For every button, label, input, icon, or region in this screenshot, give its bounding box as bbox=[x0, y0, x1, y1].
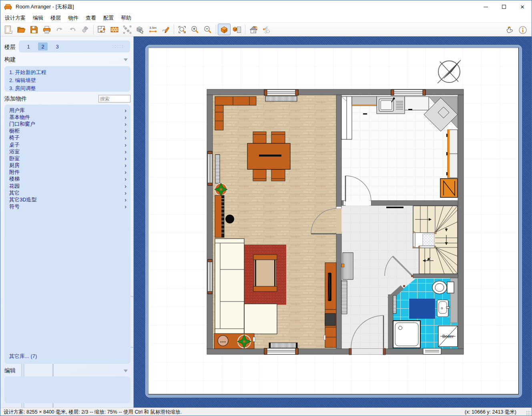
new-button[interactable] bbox=[2, 24, 15, 35]
category-chairs[interactable]: 椅子› bbox=[4, 135, 130, 141]
zoom-fit-button[interactable] bbox=[176, 24, 189, 35]
chevron-right-icon: › bbox=[124, 197, 126, 203]
object-list-button[interactable] bbox=[231, 24, 243, 35]
plan-editor-button[interactable] bbox=[95, 24, 108, 35]
chevron-right-icon: › bbox=[124, 107, 126, 114]
counter-left[interactable] bbox=[352, 96, 377, 106]
menu-view[interactable]: 查看 bbox=[82, 14, 100, 22]
print-button[interactable] bbox=[40, 24, 53, 35]
plant-pot[interactable] bbox=[215, 183, 227, 196]
menu-design[interactable]: 设计方案 bbox=[1, 14, 29, 22]
menu-help[interactable]: 帮助 bbox=[117, 14, 135, 22]
pouf[interactable] bbox=[218, 336, 228, 346]
floor-tab-3[interactable]: 3 bbox=[52, 42, 62, 50]
category-basic-objects[interactable]: 基本物件› bbox=[4, 114, 130, 121]
format-brush-icon bbox=[80, 25, 90, 34]
zoom-in-button[interactable] bbox=[189, 24, 201, 35]
close-button[interactable]: ✕ bbox=[513, 0, 532, 13]
minimize-button[interactable] bbox=[476, 0, 495, 13]
plan-page[interactable]: Boiler bbox=[148, 48, 519, 394]
category-cabinets[interactable]: 橱柜› bbox=[4, 128, 130, 135]
hand-icon bbox=[505, 25, 515, 35]
drawing-canvas[interactable]: Boiler bbox=[134, 36, 532, 408]
search-input[interactable] bbox=[98, 95, 130, 102]
tall-cabinet[interactable] bbox=[341, 96, 352, 139]
format-brush-button[interactable] bbox=[79, 24, 92, 35]
category-garden[interactable]: 花园› bbox=[4, 183, 130, 189]
bath-mat[interactable] bbox=[409, 299, 435, 319]
menu-edit[interactable]: 编辑 bbox=[29, 14, 47, 22]
category-tables[interactable]: 桌子› bbox=[4, 141, 130, 148]
bookshelf[interactable] bbox=[215, 195, 224, 237]
category-stairs[interactable]: 楼梯› bbox=[4, 176, 130, 183]
category-user-library[interactable]: 用户库› bbox=[4, 107, 130, 114]
fridge[interactable] bbox=[440, 179, 458, 197]
measure-button[interactable]: 3.5m bbox=[147, 24, 159, 35]
zoom-out-button[interactable] bbox=[201, 24, 214, 35]
select-points-button[interactable] bbox=[121, 24, 134, 35]
maximize-button[interactable] bbox=[495, 0, 513, 13]
category-doors-windows[interactable]: 门口和窗户› bbox=[4, 121, 130, 127]
walkthrough-button[interactable] bbox=[260, 24, 273, 35]
plan-editor-icon bbox=[97, 25, 106, 34]
select-points-icon bbox=[122, 25, 132, 34]
tv-cabinet[interactable] bbox=[324, 263, 336, 348]
collapse-triangle-icon[interactable] bbox=[124, 58, 128, 61]
window-title: Room Arranger - [无标题] bbox=[16, 3, 74, 10]
category-accessories[interactable]: 附件› bbox=[4, 169, 130, 176]
menu-floor[interactable]: 楼层 bbox=[47, 14, 64, 22]
chevron-right-icon: › bbox=[124, 128, 126, 134]
view-3d-objects-button[interactable] bbox=[218, 24, 231, 35]
category-symbols[interactable]: 符号› bbox=[4, 203, 130, 210]
build-step-edit-walls[interactable]: 2. 编辑墙壁 bbox=[4, 76, 130, 84]
open-button[interactable] bbox=[15, 24, 28, 35]
pan-hand-button[interactable] bbox=[504, 24, 516, 36]
floor-plan[interactable]: Boiler bbox=[149, 48, 518, 394]
boiler[interactable]: Boiler bbox=[438, 326, 458, 347]
menu-object[interactable]: 物件 bbox=[64, 14, 82, 22]
coffee-table[interactable] bbox=[253, 255, 277, 291]
object-3d-button[interactable] bbox=[134, 24, 147, 35]
stair-rail-left bbox=[413, 232, 415, 248]
category-bedroom[interactable]: 卧室› bbox=[4, 155, 130, 162]
staircase[interactable] bbox=[413, 206, 458, 274]
build-step-new-project[interactable]: 1. 开始新的工程 bbox=[4, 68, 130, 76]
build-section-title: 构建 bbox=[4, 56, 16, 63]
draw-pen-button[interactable] bbox=[159, 24, 172, 35]
counter-right[interactable] bbox=[405, 96, 429, 110]
resize-grip[interactable] bbox=[526, 411, 531, 416]
collapse-triangle-icon[interactable] bbox=[124, 370, 128, 372]
about-button[interactable] bbox=[516, 24, 529, 36]
window-bottom-living bbox=[264, 348, 298, 354]
category-bathroom[interactable]: 浴室› bbox=[4, 148, 130, 155]
build-step-adjust-rooms[interactable]: 3. 房间调整 bbox=[4, 84, 130, 92]
home-3d-button[interactable]: 3D bbox=[247, 24, 260, 35]
menu-config[interactable]: 配置 bbox=[100, 14, 117, 22]
tool-bar: 3.5m 3D bbox=[0, 22, 532, 36]
chevron-right-icon: › bbox=[124, 190, 126, 196]
floors-drag-grip[interactable] bbox=[112, 44, 124, 49]
wash-basin[interactable] bbox=[437, 300, 450, 317]
sink-unit[interactable] bbox=[377, 96, 405, 114]
plant-pot-2[interactable] bbox=[237, 335, 251, 348]
undo-button[interactable] bbox=[53, 24, 66, 35]
floor-tab-2[interactable]: 2 bbox=[38, 42, 48, 50]
category-kitchen[interactable]: 厨房› bbox=[4, 162, 130, 169]
wall-cabinets-right[interactable] bbox=[446, 130, 458, 178]
toilet[interactable] bbox=[432, 281, 454, 294]
category-other-3d[interactable]: 其它3D造型› bbox=[4, 196, 130, 203]
toolbar-separator bbox=[245, 25, 245, 34]
window-top-kitchen bbox=[391, 90, 426, 95]
chevron-right-icon: › bbox=[124, 135, 126, 141]
category-other[interactable]: 其它› bbox=[4, 189, 130, 196]
redo-button[interactable] bbox=[66, 24, 79, 35]
floor-tab-1[interactable]: 1 bbox=[24, 42, 33, 50]
shower-tray[interactable] bbox=[393, 321, 420, 348]
box-3d-icon bbox=[219, 25, 229, 34]
chevron-right-icon: › bbox=[124, 155, 126, 162]
stool-round[interactable] bbox=[225, 215, 234, 223]
undo-icon bbox=[55, 25, 64, 34]
build-wall-button[interactable] bbox=[108, 24, 121, 35]
other-libraries-link[interactable]: 其它库... (7) bbox=[9, 353, 37, 360]
save-button[interactable] bbox=[28, 24, 40, 35]
